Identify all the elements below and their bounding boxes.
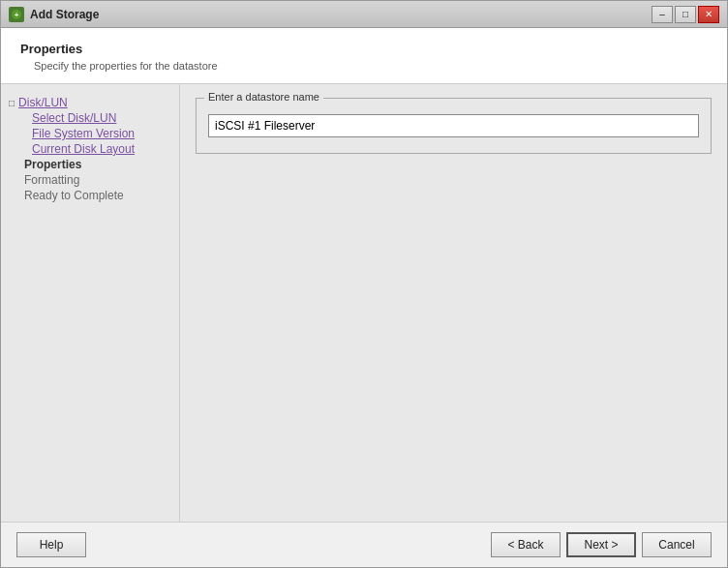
sidebar-item-file-system-version[interactable]: File System Version: [9, 127, 171, 140]
sidebar-item-select-disk-lun[interactable]: Select Disk/LUN: [9, 111, 171, 125]
header-subtitle: Specify the properties for the datastore: [20, 60, 708, 72]
sidebar-group-disk-lun: □ Disk/LUN Select Disk/LUN File System V…: [9, 96, 171, 202]
header-title: Properties: [20, 42, 708, 56]
collapse-icon: □: [9, 98, 15, 108]
next-button[interactable]: Next >: [566, 532, 636, 557]
footer: Help < Back Next > Cancel: [1, 522, 727, 567]
datastore-name-fieldset: Enter a datastore name: [196, 98, 712, 154]
minimize-button[interactable]: –: [652, 6, 673, 23]
add-storage-window: + Add Storage – □ ✕ Properties Specify t…: [0, 0, 728, 568]
title-bar: + Add Storage – □ ✕: [1, 1, 727, 28]
window-icon: +: [9, 7, 24, 22]
footer-right: < Back Next > Cancel: [491, 532, 712, 557]
close-button[interactable]: ✕: [698, 6, 719, 23]
datastore-name-input[interactable]: [208, 114, 699, 137]
right-panel: Enter a datastore name: [180, 84, 727, 522]
sidebar-item-formatting: Formatting: [9, 173, 171, 187]
window-title: Add Storage: [30, 8, 652, 21]
back-button[interactable]: < Back: [491, 532, 561, 557]
sidebar-item-disk-lun[interactable]: Disk/LUN: [18, 96, 68, 109]
sidebar: □ Disk/LUN Select Disk/LUN File System V…: [1, 84, 180, 522]
svg-text:+: +: [15, 11, 19, 19]
fieldset-legend: Enter a datastore name: [204, 91, 323, 103]
window-controls: – □ ✕: [652, 6, 719, 23]
help-button[interactable]: Help: [16, 532, 86, 557]
sidebar-item-current-disk-layout[interactable]: Current Disk Layout: [9, 142, 171, 156]
sidebar-group-header[interactable]: □ Disk/LUN: [9, 96, 171, 109]
maximize-button[interactable]: □: [675, 6, 696, 23]
sidebar-item-ready-to-complete: Ready to Complete: [9, 189, 171, 202]
footer-left: Help: [16, 532, 86, 557]
sidebar-item-properties: Properties: [9, 158, 171, 171]
cancel-button[interactable]: Cancel: [642, 532, 712, 557]
header-section: Properties Specify the properties for th…: [1, 28, 727, 84]
main-content: □ Disk/LUN Select Disk/LUN File System V…: [1, 84, 727, 522]
